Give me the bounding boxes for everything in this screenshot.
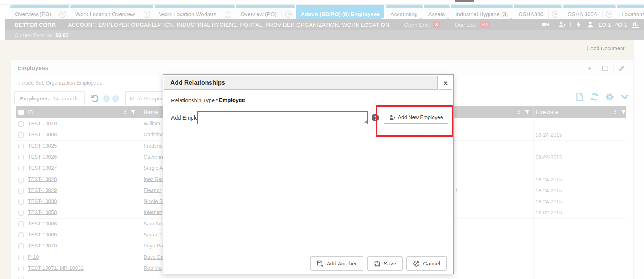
add-another-button[interactable]: Add Another bbox=[310, 256, 364, 271]
add-person-icon bbox=[389, 114, 395, 121]
dialog-title: Add Relationships bbox=[170, 79, 225, 87]
cancel-icon bbox=[413, 260, 420, 267]
button-label: Cancel bbox=[423, 260, 440, 267]
button-label: Save bbox=[384, 260, 396, 267]
dialog-titlebar: Add Relationships × bbox=[164, 76, 452, 90]
footer-divider bbox=[170, 252, 446, 252]
close-icon: × bbox=[443, 79, 448, 87]
label-text: Relationship Type bbox=[171, 97, 215, 103]
dialog-footer: Add AnotherSaveCancel bbox=[310, 256, 447, 271]
close-button[interactable]: × bbox=[439, 76, 452, 90]
add-new-employee-button[interactable]: Add New Employee bbox=[384, 111, 448, 124]
relationship-type-value: Employee bbox=[219, 97, 245, 103]
help-icon[interactable]: ? bbox=[372, 114, 379, 121]
relationship-type-label: Relationship Type* bbox=[171, 97, 218, 103]
button-label: Add Another bbox=[327, 260, 357, 267]
dialog-title-band: Add Relationships bbox=[164, 76, 438, 90]
save-plus-icon bbox=[317, 260, 323, 267]
required-asterisk: * bbox=[216, 97, 218, 103]
add-employee-field-wrap bbox=[197, 111, 368, 124]
save-button[interactable]: Save bbox=[367, 256, 403, 271]
save-icon bbox=[374, 260, 380, 267]
app-window: Overview (EO)Work Location OverviewWork … bbox=[0, 0, 644, 279]
cancel-button[interactable]: Cancel bbox=[406, 256, 447, 271]
button-label: Add New Employee bbox=[398, 114, 443, 120]
add-employee-input[interactable] bbox=[197, 111, 368, 124]
add-relationships-dialog: Add Relationships × Relationship Type* E… bbox=[163, 74, 454, 274]
